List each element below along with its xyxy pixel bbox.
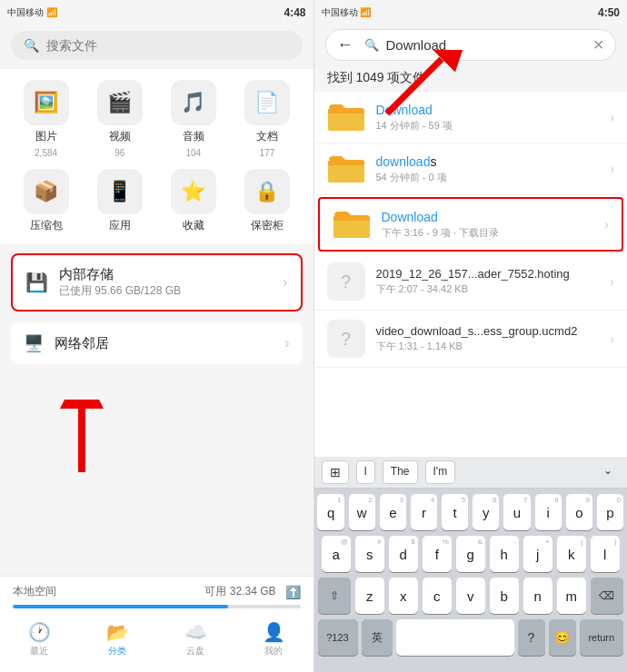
key-e[interactable]: 3e: [380, 494, 406, 530]
file-chevron-right-icon-2: ›: [610, 162, 614, 176]
file-chevron-right-icon-3: ›: [604, 217, 609, 232]
key-shift[interactable]: ⇧: [318, 578, 351, 614]
key-r[interactable]: 4r: [411, 494, 437, 530]
grid-item-audio[interactable]: 🎵 音频 104: [162, 80, 224, 158]
key-row-3: ⇧ z x c v b n m ⌫: [318, 578, 624, 614]
key-l[interactable]: )l: [591, 536, 620, 572]
key-o[interactable]: 9o: [566, 494, 592, 530]
docs-icon: 📄: [244, 80, 290, 125]
vault-icon: 🔒: [244, 169, 290, 214]
search-input-right[interactable]: [386, 37, 586, 53]
spacer-left: [0, 370, 314, 576]
keyboard-toolbar-im[interactable]: I'm: [425, 460, 456, 484]
keyboard: ⊞ I The I'm ⌄ 1q 2w 3e 4r 5t 6y 7u 8i 9o…: [314, 457, 628, 665]
key-return[interactable]: return: [580, 619, 624, 656]
tab-cloud[interactable]: ☁️ 云盘: [156, 621, 234, 657]
operator-left: 中国移动 📶: [7, 6, 57, 19]
apps-label: 应用: [109, 218, 131, 233]
grid-item-apps[interactable]: 📱 应用: [88, 169, 151, 233]
grid-item-favorites[interactable]: ⭐ 收藏: [162, 169, 224, 233]
mine-icon: 👤: [263, 621, 285, 643]
key-f[interactable]: %f: [423, 536, 452, 572]
key-i[interactable]: 8i: [535, 494, 562, 530]
key-t[interactable]: 5t: [442, 494, 468, 530]
network-item[interactable]: 🖥️ 网络邻居 ›: [11, 322, 303, 364]
grid-item-docs[interactable]: 📄 文档 177: [235, 80, 298, 158]
key-backspace[interactable]: ⌫: [591, 578, 623, 614]
file-item-download3[interactable]: Download 下午 3:16 - 9 项 · 下载目录 ›: [318, 197, 624, 252]
recent-icon: 🕐: [28, 621, 51, 643]
grid-item-images[interactable]: 🖼️ 图片 2,584: [15, 80, 77, 158]
key-m[interactable]: m: [557, 578, 586, 614]
time-right: 4:50: [598, 6, 620, 19]
folder-icon-2: [327, 153, 365, 185]
key-z[interactable]: z: [355, 578, 384, 614]
key-lang[interactable]: 英: [362, 619, 393, 656]
vault-label: 保密柜: [251, 218, 284, 233]
key-d[interactable]: $d: [389, 536, 418, 572]
key-s[interactable]: #s: [355, 536, 384, 572]
key-space[interactable]: [396, 619, 514, 656]
key-v[interactable]: v: [456, 578, 485, 614]
audio-label: 音频: [183, 129, 204, 144]
storage-progress-fill: [13, 605, 228, 608]
key-u[interactable]: 7u: [503, 494, 530, 530]
local-space-icons: 可用 32.34 GB ⬆️: [204, 584, 300, 599]
file-chevron-right-icon-5: ›: [610, 331, 614, 346]
key-b[interactable]: b: [490, 578, 519, 614]
key-a[interactable]: @a: [322, 536, 351, 572]
clear-search-icon[interactable]: ✕: [592, 36, 604, 54]
result-count: 找到 1049 项文件: [314, 64, 628, 92]
local-space-bar: 本地空间 可用 32.34 GB ⬆️: [0, 577, 314, 603]
key-h[interactable]: -h: [490, 536, 519, 572]
keyboard-toolbar-the[interactable]: The: [383, 460, 418, 484]
upload-icon: ⬆️: [285, 585, 301, 599]
file-item-download1[interactable]: Download 14 分钟前 - 59 项 ›: [314, 92, 628, 143]
audio-count: 104: [185, 148, 201, 158]
file-item-ucmd2[interactable]: ? video_download_s...ess_group.ucmd2 下午 …: [314, 311, 628, 368]
storage-title: 内部存储: [59, 266, 272, 283]
internal-storage-item[interactable]: 💾 内部存储 已使用 95.66 GB/128 GB ›: [11, 253, 303, 311]
tab-mine[interactable]: 👤 我的: [234, 621, 313, 657]
search-input-left[interactable]: [46, 38, 290, 53]
grid-item-vault[interactable]: 🔒 保密柜: [235, 169, 298, 233]
key-k[interactable]: (k: [557, 536, 586, 572]
key-c[interactable]: c: [423, 578, 452, 614]
key-g[interactable]: &g: [456, 536, 485, 572]
grid-item-videos[interactable]: 🎬 视频 96: [88, 80, 151, 158]
key-num-switch[interactable]: ?123: [318, 619, 358, 656]
network-chevron-right-icon: ›: [284, 335, 289, 351]
file-meta-downloads2: 54 分钟前 - 0 项: [376, 171, 600, 184]
unknown-file-icon-1: ?: [327, 262, 365, 301]
tab-categories-label: 分类: [108, 645, 126, 657]
file-name-downloads2: downloads: [376, 154, 600, 169]
search-bar-left[interactable]: 🔍: [11, 31, 303, 60]
key-x[interactable]: x: [389, 578, 418, 614]
search-bar-right[interactable]: ← 🔍 ✕: [325, 29, 617, 61]
keyboard-toolbar-i[interactable]: I: [356, 460, 375, 484]
tab-categories[interactable]: 📂 分类: [78, 621, 156, 657]
keyboard-toolbar-more-icon[interactable]: ⌄: [596, 460, 620, 484]
keyboard-toolbar-grid-icon[interactable]: ⊞: [322, 460, 349, 484]
back-arrow-icon[interactable]: ←: [337, 35, 353, 54]
file-item-hoting[interactable]: ? 2019_12_26_157...ader_7552.hoting 下午 2…: [314, 253, 628, 311]
key-y[interactable]: 6y: [473, 494, 499, 530]
key-emoji[interactable]: 😊: [549, 619, 576, 656]
file-item-downloads2[interactable]: downloads 54 分钟前 - 0 项 ›: [314, 143, 628, 195]
tab-recent[interactable]: 🕐 最近: [0, 621, 78, 657]
key-p[interactable]: 0p: [597, 494, 623, 530]
keyboard-safe-area: [314, 665, 628, 672]
key-row-2: @a #s $d %f &g -h +j (k )l: [318, 536, 624, 572]
file-meta-download1: 14 分钟前 - 59 项: [376, 119, 600, 133]
storage-info: 内部存储 已使用 95.66 GB/128 GB: [59, 266, 272, 299]
key-w[interactable]: 2w: [349, 494, 375, 530]
key-row-4: ?123 英 ? 😊 return: [318, 619, 624, 656]
key-question[interactable]: ?: [518, 619, 545, 656]
file-info-hoting: 2019_12_26_157...ader_7552.hoting 下午 2:0…: [376, 267, 600, 296]
categories-icon: 📂: [106, 621, 129, 643]
key-j[interactable]: +j: [523, 536, 552, 572]
key-q[interactable]: 1q: [317, 494, 343, 530]
search-icon-right: 🔍: [364, 38, 379, 52]
key-n[interactable]: n: [523, 578, 552, 614]
grid-item-archive[interactable]: 📦 压缩包: [15, 169, 77, 233]
